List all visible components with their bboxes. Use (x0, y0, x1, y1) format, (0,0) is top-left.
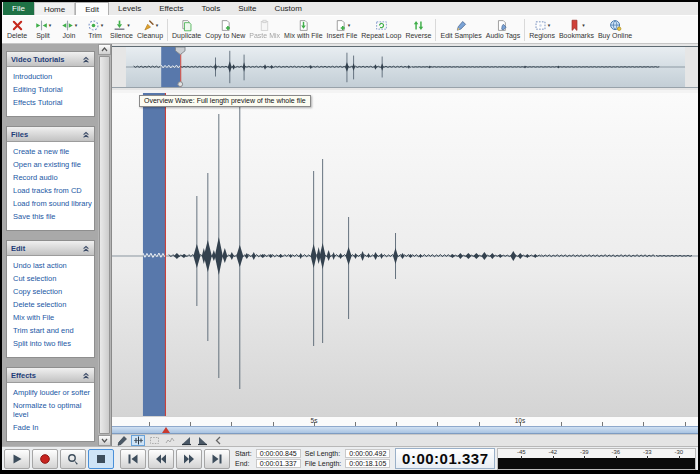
copy-to-new-label: Copy to New (205, 32, 245, 40)
time-ruler[interactable]: 5s10s (112, 416, 698, 426)
ribbon-button-trim[interactable]: ▾Trim (82, 17, 108, 43)
icon-row (609, 18, 622, 32)
icon-row: ▾ (113, 18, 130, 32)
ribbon-button-silence[interactable]: ▾Silence (108, 17, 135, 43)
sidebar-link-delete-selection[interactable]: Delete selection (13, 300, 92, 309)
sidebar-link-copy-selection[interactable]: Copy selection (13, 287, 92, 296)
collapse-icon[interactable] (82, 50, 90, 68)
sidebar-link-fade-in[interactable]: Fade In (13, 423, 92, 432)
dropdown-arrow-icon: ▾ (75, 23, 78, 28)
sidebar-link-save-this-file[interactable]: Save this file (13, 212, 92, 221)
sidebar-link-split-into-two-files[interactable]: Split into two files (13, 339, 92, 348)
collapse-icon[interactable] (82, 366, 90, 384)
icon-row: ▾ (61, 18, 78, 32)
sidebar-link-load-from-sound-library[interactable]: Load from sound library (13, 199, 92, 208)
section-header[interactable]: Video Tutorials (7, 52, 94, 67)
fade-in-button[interactable] (179, 435, 193, 446)
sidebar-link-effects-tutorial[interactable]: Effects Tutorial (13, 98, 92, 107)
fast-forward-button[interactable] (176, 449, 202, 469)
section-header[interactable]: Edit (7, 241, 94, 256)
collapse-icon[interactable] (82, 239, 90, 257)
tab-effects[interactable]: Effects (150, 2, 192, 15)
draw-tool-button[interactable] (115, 435, 129, 446)
collapse-icon[interactable] (82, 125, 90, 143)
scrub-button[interactable] (60, 449, 86, 469)
tab-suite[interactable]: Suite (229, 2, 265, 15)
sidebar-link-load-tracks-from-cd[interactable]: Load tracks from CD (13, 186, 92, 195)
ribbon-button-insert-file[interactable]: ▾Insert File (325, 17, 360, 43)
waveform-panel: Overview Wave: Full length preview of th… (111, 44, 698, 446)
cursor-marker-icon[interactable] (162, 427, 170, 433)
tab-home[interactable]: Home (34, 2, 75, 15)
sidebar-link-normalize-to-optimal-level[interactable]: Normalize to optimal level (13, 401, 92, 419)
sample-grid-button (163, 435, 177, 446)
edit-samples-icon (455, 19, 468, 32)
sidebar-link-open-an-existing-file[interactable]: Open an existing file (13, 160, 92, 169)
ribbon-button-join[interactable]: ▾Join (56, 17, 82, 43)
rewind-button[interactable] (148, 449, 174, 469)
select-tool-button[interactable] (131, 435, 145, 446)
stop-button[interactable] (88, 449, 114, 469)
sidebar-link-create-a-new-file[interactable]: Create a new file (13, 147, 92, 156)
ribbon-button-edit-samples[interactable]: Edit Samples (438, 17, 483, 43)
meter-scale-tick (521, 456, 522, 459)
icon-row (412, 18, 425, 32)
ribbon-button-regions[interactable]: ▾Regions (527, 17, 557, 43)
paste-mix-label: Paste Mix (249, 32, 280, 40)
sidebar-section-video-tutorials: Video TutorialsIntroductionEditing Tutor… (6, 51, 95, 117)
play-button[interactable] (4, 449, 30, 469)
tab-file[interactable]: File (3, 2, 34, 15)
reverse-icon (412, 19, 425, 32)
ribbon-button-repeat-loop[interactable]: Repeat Loop (359, 17, 403, 43)
ribbon-button-delete[interactable]: Delete (4, 17, 30, 43)
go-to-end-button[interactable] (204, 449, 230, 469)
tab-tools[interactable]: Tools (192, 2, 229, 15)
main-waveform[interactable]: Overview Wave: Full length preview of th… (112, 93, 698, 416)
ribbon-button-audio-tags[interactable]: Audio Tags (484, 17, 523, 43)
scroll-left-button[interactable] (211, 435, 225, 446)
tab-edit[interactable]: Edit (75, 2, 109, 15)
dropdown-arrow-icon: ▾ (49, 23, 52, 28)
ribbon-button-reverse[interactable]: Reverse (403, 17, 433, 43)
icon-row (258, 18, 271, 32)
ribbon-button-bookmarks[interactable]: ▾Bookmarks (557, 17, 596, 43)
scrollbar-thumb[interactable] (99, 56, 110, 434)
sidebar-link-amplify-louder-or-softer[interactable]: Amplify louder or softer (13, 388, 92, 397)
sidebar-link-introduction[interactable]: Introduction (13, 72, 92, 81)
go-to-start-button[interactable] (120, 449, 146, 469)
dropdown-arrow-icon: ▾ (156, 23, 159, 28)
ribbon-button-buy-online[interactable]: Buy Online (596, 17, 634, 43)
repeat-loop-label: Repeat Loop (361, 32, 401, 40)
sidebar-link-cut-selection[interactable]: Cut selection (13, 274, 92, 283)
ribbon-button-mix-with-file[interactable]: Mix with File (282, 17, 325, 43)
sidebar-link-undo-last-action[interactable]: Undo last action (13, 261, 92, 270)
icon-row: ▾ (568, 18, 585, 32)
fade-out-button[interactable] (195, 435, 209, 446)
ribbon-group-separator (435, 19, 436, 41)
tab-levels[interactable]: Levels (109, 2, 150, 15)
section-header[interactable]: Files (7, 127, 94, 142)
section-header[interactable]: Effects (7, 368, 94, 383)
ribbon-button-cleanup[interactable]: ▾Cleanup (135, 17, 165, 43)
scroll-up-button[interactable] (98, 44, 111, 55)
audio-tags-label: Audio Tags (486, 32, 521, 40)
overview-wave[interactable] (112, 44, 698, 90)
insert-file-icon (334, 19, 347, 32)
tab-custom[interactable]: Custom (265, 2, 311, 15)
sidebar-link-trim-start-and-end[interactable]: Trim start and end (13, 326, 92, 335)
ribbon-button-split[interactable]: ▾Split (30, 17, 56, 43)
record-button[interactable] (32, 449, 58, 469)
trim-icon (87, 19, 100, 32)
sidebar-link-record-audio[interactable]: Record audio (13, 173, 92, 182)
ribbon-button-duplicate[interactable]: Duplicate (170, 17, 203, 43)
play-icon (11, 453, 23, 465)
section-links: Amplify louder or softerNormalize to opt… (7, 383, 94, 441)
sidebar-link-editing-tutorial[interactable]: Editing Tutorial (13, 85, 92, 94)
position-bar[interactable] (112, 426, 698, 434)
sidebar-link-mix-with-file[interactable]: Mix with File (13, 313, 92, 322)
copy-to-new-icon (219, 19, 232, 32)
sidebar-scrollbar[interactable] (98, 44, 111, 446)
scroll-down-button[interactable] (98, 435, 111, 446)
ribbon-button-copy-to-new[interactable]: Copy to New (203, 17, 247, 43)
meter-scale-label: -39 (580, 449, 589, 456)
